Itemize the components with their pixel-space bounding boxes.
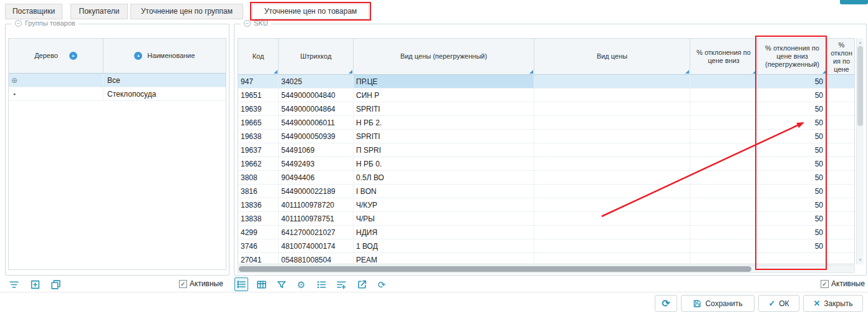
list-view-icon[interactable] bbox=[234, 277, 248, 291]
cell-code: 19665 bbox=[238, 116, 279, 129]
table-row[interactable]: 19639 5449000004864 SPRITI 50 bbox=[238, 102, 854, 116]
cell-deviation-down bbox=[690, 89, 758, 102]
copy-icon[interactable] bbox=[49, 278, 62, 291]
tab-buyers[interactable]: Покупатели bbox=[70, 4, 128, 19]
sku-header-deviation-down[interactable]: % отклонения по цене вниз bbox=[690, 39, 758, 74]
scroll-down-icon[interactable]: ▼ bbox=[857, 257, 864, 263]
groups-row-all[interactable]: ⊕ Все bbox=[9, 74, 226, 87]
screen: Поставщики Покупатели Уточнение цен по г… bbox=[0, 0, 868, 313]
cell-barcode: 054881008504 bbox=[279, 253, 354, 264]
filter-icon[interactable] bbox=[7, 278, 20, 291]
groups-panel: − Группы товаров Дерево ▲ ▲ Наименование… bbox=[5, 24, 229, 276]
filter-icon[interactable] bbox=[275, 278, 287, 291]
cell-price-overloaded: РЕАМ bbox=[354, 253, 534, 264]
cell-barcode: 34025 bbox=[279, 75, 354, 88]
add-box-icon[interactable] bbox=[29, 278, 41, 291]
cell-deviation-down-overloaded: 50 bbox=[758, 171, 827, 184]
sku-header-price-overloaded[interactable]: Вид цены (перегруженный) bbox=[354, 39, 534, 74]
table-row[interactable]: 13838 4011100978751 Ч/РЫ 50 bbox=[238, 212, 854, 226]
tab-suppliers[interactable]: Поставщики bbox=[5, 4, 62, 19]
table-row[interactable]: 13836 4011100978720 Ч/КУР 50 bbox=[238, 198, 854, 212]
sku-header-price[interactable]: Вид цены bbox=[534, 39, 690, 74]
groups-active-checkbox[interactable]: ✓ bbox=[179, 280, 187, 288]
export-icon[interactable] bbox=[355, 278, 368, 291]
sku-header-deviation-partial[interactable]: % отклон ия по цене bbox=[827, 39, 855, 74]
cell-code: 3816 bbox=[238, 185, 279, 198]
numbered-list-icon[interactable] bbox=[315, 278, 327, 291]
grid-view-icon[interactable] bbox=[255, 278, 268, 291]
close-button[interactable]: ✕ Закрыть bbox=[803, 295, 863, 312]
cell-deviation-down bbox=[690, 185, 758, 198]
tab-price-by-groups[interactable]: Уточнение цен по группам bbox=[130, 4, 243, 19]
close-icon: ✕ bbox=[813, 299, 820, 307]
collapse-icon[interactable]: − bbox=[244, 20, 251, 27]
cell-deviation-down bbox=[690, 157, 758, 170]
vertical-scrollbar[interactable]: ▲ ▼ bbox=[856, 38, 864, 264]
cell-deviation-partial bbox=[827, 75, 854, 88]
settings-gear-icon[interactable]: ⚙ bbox=[295, 278, 307, 291]
refresh-icon: ⟳ bbox=[662, 299, 670, 309]
sort-asc-icon[interactable]: ▲ bbox=[69, 52, 77, 60]
sku-active-checkbox[interactable]: ✓ bbox=[821, 280, 829, 288]
sku-table-header: Код Штрихкод Вид цены (перегруженный) Ви… bbox=[238, 39, 854, 75]
save-button[interactable]: Сохранить bbox=[681, 295, 755, 312]
cell-price bbox=[534, 130, 690, 143]
table-row[interactable]: 19662 54492493 Н РБ 0. 50 bbox=[238, 157, 854, 171]
cell-deviation-down bbox=[690, 102, 758, 115]
sku-header-deviation-down-overloaded[interactable]: % отклонения по цене вниз (перегруженный… bbox=[758, 39, 827, 74]
save-button-label: Сохранить bbox=[705, 299, 743, 308]
cell-deviation-down bbox=[690, 116, 758, 129]
table-row[interactable]: 3816 5449000022189 I BON 50 bbox=[238, 185, 854, 198]
scroll-up-icon[interactable]: ▲ bbox=[857, 39, 864, 46]
sort-asc-icon[interactable]: ▲ bbox=[134, 52, 142, 60]
sku-header-code[interactable]: Код bbox=[238, 39, 279, 74]
cell-deviation-down bbox=[690, 198, 758, 211]
table-row[interactable]: 19637 54491069 П SPRI 50 bbox=[238, 143, 854, 157]
cell-deviation-down-overloaded bbox=[758, 253, 827, 264]
cell-barcode: 4810074000174 bbox=[279, 239, 354, 253]
cell-price bbox=[534, 226, 690, 239]
cell-price bbox=[534, 116, 690, 129]
cell-barcode: 5449000050939 bbox=[279, 130, 354, 143]
refresh-icon[interactable]: ⟳ bbox=[375, 278, 388, 291]
table-row[interactable]: 19638 5449000050939 SPRITI 50 bbox=[238, 130, 854, 143]
cell-deviation-partial bbox=[827, 143, 854, 156]
cell-price-overloaded: Ч/РЫ bbox=[354, 212, 534, 225]
ok-button-label: ОК bbox=[779, 299, 789, 308]
cell-deviation-partial bbox=[827, 239, 854, 253]
sku-header-barcode[interactable]: Штрихкод bbox=[279, 39, 354, 74]
add-to-list-icon[interactable] bbox=[335, 278, 347, 291]
table-row[interactable]: 19665 5449000006011 Н РБ 2. 50 bbox=[238, 116, 854, 130]
ok-button[interactable]: ✓ ОК bbox=[758, 295, 799, 312]
groups-row-glassware[interactable]: ● Стеклопосуда bbox=[9, 87, 226, 101]
cell-code: 13836 bbox=[238, 198, 279, 211]
cell-group-name: Все bbox=[104, 74, 226, 87]
table-row[interactable]: 4299 6412700021027 НДИЯ 50 bbox=[238, 226, 854, 239]
cell-price bbox=[534, 239, 690, 253]
leaf-node-icon: ● bbox=[13, 92, 16, 96]
table-row[interactable]: 947 34025 ПР.ЦЕ 50 bbox=[238, 75, 854, 89]
cell-price-overloaded: SPRITI bbox=[354, 130, 534, 143]
horizontal-scrollbar-thumb[interactable] bbox=[239, 266, 751, 272]
refresh-button[interactable]: ⟳ bbox=[655, 295, 677, 312]
cell-deviation-down-overloaded: 50 bbox=[758, 130, 827, 143]
groups-header-name[interactable]: ▲ Наименование bbox=[104, 39, 226, 73]
horizontal-scrollbar[interactable] bbox=[238, 265, 855, 273]
cell-code: 3746 bbox=[238, 239, 279, 253]
cell-deviation-partial bbox=[827, 116, 854, 129]
cell-price bbox=[534, 212, 690, 225]
groups-header-name-label: Наименование bbox=[147, 52, 195, 60]
table-row[interactable]: 19651 5449000004840 СИН Р 50 bbox=[238, 89, 854, 102]
cell-deviation-down bbox=[690, 143, 758, 156]
tab-price-by-products[interactable]: Уточнение цен по товарам bbox=[252, 4, 369, 19]
table-row[interactable]: 3808 90494406 0.5Л ВО 50 bbox=[238, 171, 854, 185]
table-row[interactable]: 3746 4810074000174 1 ВОД 50 bbox=[238, 239, 854, 253]
groups-header-tree[interactable]: Дерево ▲ bbox=[9, 39, 104, 73]
cell-barcode: 5449000004840 bbox=[279, 89, 354, 102]
table-row[interactable]: 27041 054881008504 РЕАМ bbox=[238, 253, 854, 264]
expand-node-icon[interactable]: ⊕ bbox=[11, 77, 17, 84]
collapse-icon[interactable]: − bbox=[15, 20, 22, 27]
cell-code: 19637 bbox=[238, 143, 279, 156]
cell-deviation-partial bbox=[827, 157, 854, 170]
vertical-scrollbar-thumb[interactable] bbox=[857, 46, 863, 126]
